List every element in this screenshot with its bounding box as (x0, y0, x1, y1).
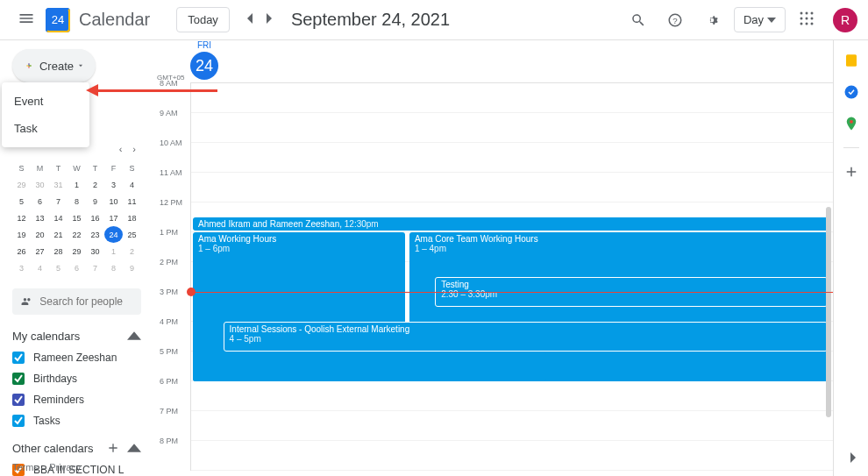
app-logo[interactable]: 24 Calendar (46, 8, 150, 32)
my-calendars-section: My calendars Rameen ZeeshanBirthdaysRemi… (12, 329, 141, 427)
mini-cal-day[interactable]: 18 (123, 210, 141, 226)
mini-cal-day[interactable]: 2 (123, 243, 141, 259)
mini-cal-day[interactable]: 9 (123, 259, 141, 276)
mini-cal-day[interactable]: 15 (68, 210, 86, 226)
prev-day-button[interactable] (240, 7, 260, 33)
mini-cal-day[interactable]: 27 (31, 243, 49, 259)
mini-cal-day[interactable]: 29 (68, 243, 86, 259)
create-task-item[interactable]: Task (2, 115, 89, 142)
mini-cal-day[interactable]: 30 (31, 176, 49, 193)
main-menu-icon[interactable] (11, 3, 42, 38)
date-nav (240, 7, 279, 33)
add-addon-icon[interactable] (843, 164, 859, 180)
calendar-checkbox[interactable] (12, 352, 25, 364)
create-event-item[interactable]: Event (2, 88, 89, 115)
mini-cal-day[interactable]: 19 (12, 226, 31, 243)
mini-cal-day[interactable]: 5 (12, 193, 31, 210)
mini-cal-day[interactable]: 9 (86, 193, 104, 210)
mini-cal-day[interactable]: 13 (31, 210, 49, 226)
calendar-checkbox[interactable] (12, 415, 25, 427)
mini-cal-day[interactable]: 31 (49, 176, 68, 193)
calendar-item[interactable]: Birthdays (12, 373, 141, 385)
mini-cal-day[interactable]: 24 (104, 226, 123, 243)
mini-next-button[interactable]: › (127, 142, 141, 156)
event-block[interactable]: Ahmed Ikram and Rameen Zeeshan, 12:30pm (193, 217, 831, 231)
create-menu: Event Task (2, 82, 89, 147)
view-switcher[interactable]: Day (734, 7, 786, 32)
account-avatar[interactable]: R (833, 8, 857, 32)
current-date-title: September 24, 2021 (291, 10, 450, 30)
privacy-link[interactable]: Privacy (49, 462, 81, 472)
mini-cal-day[interactable]: 23 (86, 226, 104, 243)
maps-icon[interactable] (843, 116, 859, 131)
scrollbar[interactable] (826, 207, 831, 417)
sidebar: Create Event Task ‹ › SMTWTFS 2930311234… (0, 40, 153, 476)
mini-cal-day[interactable]: 2 (86, 176, 104, 193)
calendar-item[interactable]: Tasks (12, 415, 141, 427)
mini-cal-day[interactable]: 1 (104, 243, 123, 259)
mini-cal-day[interactable]: 6 (68, 259, 86, 276)
other-calendars-toggle[interactable]: Other calendars (12, 441, 141, 455)
svg-point-3 (806, 11, 808, 14)
mini-cal-day[interactable]: 5 (49, 259, 68, 276)
mini-prev-button[interactable]: ‹ (114, 142, 128, 156)
chevron-up-icon (127, 329, 141, 343)
next-day-button[interactable] (260, 7, 279, 33)
mini-cal-day[interactable]: 12 (12, 210, 31, 226)
hour-label: 12 PM (160, 198, 182, 207)
mini-cal-day[interactable]: 8 (68, 193, 86, 210)
hour-label: 5 PM (160, 347, 178, 356)
collapse-panel-button[interactable] (849, 451, 857, 467)
today-button[interactable]: Today (176, 7, 230, 32)
hour-label: 10 AM (160, 139, 182, 147)
mini-cal-day[interactable]: 11 (123, 193, 141, 210)
mini-cal-day[interactable]: 25 (123, 226, 141, 243)
mini-cal-day[interactable]: 21 (49, 226, 68, 243)
people-icon (21, 295, 32, 309)
my-calendars-toggle[interactable]: My calendars (12, 329, 141, 343)
svg-rect-11 (846, 54, 857, 67)
mini-cal-day[interactable]: 30 (86, 243, 104, 259)
svg-point-8 (800, 22, 803, 25)
mini-cal-day[interactable]: 7 (86, 259, 104, 276)
keep-icon[interactable] (843, 53, 859, 68)
day-number[interactable]: 24 (190, 52, 218, 80)
google-apps-icon[interactable] (793, 4, 821, 36)
calendar-item[interactable]: Rameen Zeeshan (12, 352, 141, 364)
help-icon[interactable]: ? (660, 5, 690, 35)
hour-label: 11 AM (160, 168, 182, 177)
svg-point-7 (811, 17, 814, 19)
tasks-icon[interactable] (843, 84, 859, 100)
mini-cal-day[interactable]: 16 (86, 210, 104, 226)
event-block[interactable] (193, 352, 546, 381)
mini-cal-day[interactable]: 22 (68, 226, 86, 243)
mini-cal-day[interactable]: 26 (12, 243, 31, 259)
hour-label: 9 AM (160, 109, 178, 117)
add-calendar-icon[interactable] (106, 441, 120, 455)
mini-cal-day[interactable]: 6 (31, 193, 49, 210)
calendar-checkbox[interactable] (12, 394, 25, 406)
mini-cal-day[interactable]: 7 (49, 193, 68, 210)
search-people-input[interactable] (39, 295, 132, 308)
mini-cal-day[interactable]: 4 (31, 259, 49, 276)
mini-cal-day[interactable]: 3 (104, 176, 123, 193)
mini-cal-day[interactable]: 1 (68, 176, 86, 193)
calendar-checkbox[interactable] (12, 373, 25, 385)
terms-link[interactable]: Terms (12, 462, 39, 472)
settings-icon[interactable] (697, 5, 727, 35)
mini-cal-day[interactable]: 28 (49, 243, 68, 259)
calendar-item[interactable]: Reminders (12, 394, 141, 406)
chevron-down-icon (79, 63, 82, 68)
mini-cal-day[interactable]: 14 (49, 210, 68, 226)
mini-cal-day[interactable]: 17 (104, 210, 123, 226)
mini-cal-day[interactable]: 3 (12, 259, 31, 276)
mini-cal-day[interactable]: 4 (123, 176, 141, 193)
mini-cal-day[interactable]: 29 (12, 176, 31, 193)
mini-cal-day[interactable]: 20 (31, 226, 49, 243)
create-button[interactable]: Create (12, 49, 96, 82)
mini-cal-day[interactable]: 8 (104, 259, 123, 276)
mini-cal-day[interactable]: 10 (104, 193, 123, 210)
search-icon[interactable] (623, 5, 653, 35)
event-block[interactable]: Internal Sessions - Qoolish External Mar… (224, 322, 828, 352)
search-people-field[interactable] (12, 288, 141, 315)
